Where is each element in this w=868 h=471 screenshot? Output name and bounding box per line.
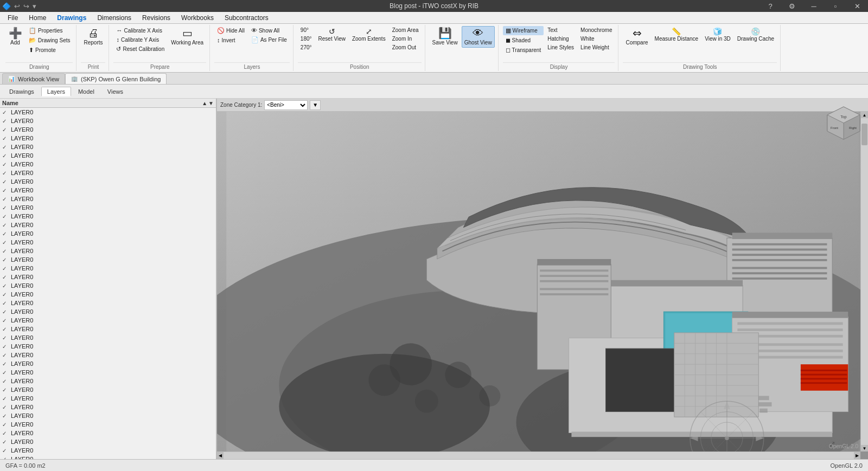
layer-item-16[interactable]: ✓LAYER0 xyxy=(0,247,216,255)
layer-item-39[interactable]: ✓LAYER0 xyxy=(0,446,216,455)
nav-cube[interactable]: Top Right Front xyxy=(825,104,863,142)
text-btn[interactable]: Text xyxy=(545,26,577,34)
zone-filter-btn[interactable]: ▼ xyxy=(310,100,321,110)
layer-item-3[interactable]: ✓LAYER0 xyxy=(0,134,216,143)
layer-item-2[interactable]: ✓LAYER0 xyxy=(0,125,216,134)
layer-item-26[interactable]: ✓LAYER0 xyxy=(0,333,216,342)
zoom-in-btn[interactable]: Zoom In xyxy=(390,35,422,43)
invert-btn[interactable]: ↕ Invert xyxy=(214,36,247,44)
properties-btn[interactable]: 📋 Properties xyxy=(26,26,73,35)
view-in-3d-btn[interactable]: 🧊 View in 3D xyxy=(702,26,733,44)
drawing-cache-btn[interactable]: 💿 Drawing Cache xyxy=(735,26,777,44)
scroll-up-btn[interactable]: ▲ xyxy=(202,100,207,106)
layer-item-32[interactable]: ✓LAYER0 xyxy=(0,385,216,394)
menu-drawings[interactable]: Drawings xyxy=(52,13,92,23)
layer-item-10[interactable]: ✓LAYER0 xyxy=(0,195,216,203)
layer-item-27[interactable]: ✓LAYER0 xyxy=(0,342,216,351)
layer-item-6[interactable]: ✓LAYER0 xyxy=(0,160,216,169)
workbook-view-tab[interactable]: 📊 Workbook View xyxy=(2,73,65,84)
menu-dimensions[interactable]: Dimensions xyxy=(92,13,137,23)
layer-item-15[interactable]: ✓LAYER0 xyxy=(0,238,216,247)
vertical-scrollbar[interactable]: ▲ ▼ xyxy=(860,112,868,451)
hatching-btn[interactable]: Hatching xyxy=(545,35,577,43)
layer-item-31[interactable]: ✓LAYER0 xyxy=(0,377,216,385)
drawings-subtab[interactable]: Drawings xyxy=(3,87,40,96)
layer-item-24[interactable]: ✓LAYER0 xyxy=(0,316,216,325)
layer-item-23[interactable]: ✓LAYER0 xyxy=(0,307,216,316)
layer-item-34[interactable]: ✓LAYER0 xyxy=(0,403,216,411)
show-all-btn[interactable]: 👁 Show All xyxy=(248,26,290,35)
layer-item-8[interactable]: ✓LAYER0 xyxy=(0,177,216,186)
layer-item-33[interactable]: ✓LAYER0 xyxy=(0,394,216,403)
menu-home[interactable]: Home xyxy=(23,13,52,23)
deg180-btn[interactable]: 180° xyxy=(298,35,315,43)
views-subtab[interactable]: Views xyxy=(101,87,129,96)
shaded-btn[interactable]: ◼ Shaded xyxy=(503,36,544,45)
building-render[interactable] xyxy=(217,112,868,459)
layer-item-1[interactable]: ✓LAYER0 xyxy=(0,117,216,125)
layer-item-19[interactable]: ✓LAYER0 xyxy=(0,273,216,281)
calibrate-x-btn[interactable]: ↔ Calibrate X Axis xyxy=(113,26,167,35)
more-btn[interactable]: ▾ xyxy=(33,2,36,10)
measure-distance-btn[interactable]: 📏 Measure Distance xyxy=(652,26,701,44)
layer-item-29[interactable]: ✓LAYER0 xyxy=(0,359,216,368)
skp-tab[interactable]: 🏢 (SKP) Owen G Glenn Building xyxy=(65,73,167,84)
layer-item-11[interactable]: ✓LAYER0 xyxy=(0,203,216,212)
layer-item-5[interactable]: ✓LAYER0 xyxy=(0,151,216,160)
reset-view-btn[interactable]: ↺ Reset View xyxy=(316,26,348,44)
layer-item-40[interactable]: ✓LAYER0 xyxy=(0,455,216,459)
layer-item-18[interactable]: ✓LAYER0 xyxy=(0,264,216,273)
layer-item-7[interactable]: ✓LAYER0 xyxy=(0,169,216,177)
save-view-btn[interactable]: 💾 Save View xyxy=(430,26,461,48)
layer-item-37[interactable]: ✓LAYER0 xyxy=(0,429,216,437)
compare-btn[interactable]: ⇔ Compare xyxy=(623,26,650,48)
reset-calibration-btn[interactable]: ↺ Reset Calibration xyxy=(113,44,167,54)
hide-all-btn[interactable]: 🚫 Hide All xyxy=(214,26,247,35)
zoom-out-btn[interactable]: Zoom Out xyxy=(390,43,422,51)
add-btn[interactable]: ➕ Add xyxy=(5,26,25,48)
menu-revisions[interactable]: Revisions xyxy=(137,13,176,23)
layer-list[interactable]: ✓LAYER0✓LAYER0✓LAYER0✓LAYER0✓LAYER0✓LAYE… xyxy=(0,108,216,459)
layer-item-36[interactable]: ✓LAYER0 xyxy=(0,420,216,429)
calibrate-y-btn[interactable]: ↕ Calibrate Y Axis xyxy=(113,35,167,44)
layer-item-22[interactable]: ✓LAYER0 xyxy=(0,299,216,307)
working-area-btn[interactable]: ▭ Working Area xyxy=(168,26,206,48)
settings-btn[interactable]: ⚙ xyxy=(781,0,803,12)
layer-item-13[interactable]: ✓LAYER0 xyxy=(0,221,216,229)
transparent-btn[interactable]: ◻ Transparent xyxy=(503,46,544,55)
layer-item-25[interactable]: ✓LAYER0 xyxy=(0,325,216,333)
zoom-extents-btn[interactable]: ⤢ Zoom Extents xyxy=(349,26,388,44)
monochrome-btn[interactable]: Monochrome xyxy=(578,26,615,34)
layer-item-30[interactable]: ✓LAYER0 xyxy=(0,368,216,377)
model-subtab[interactable]: Model xyxy=(72,87,100,96)
layer-item-38[interactable]: ✓LAYER0 xyxy=(0,437,216,446)
layer-item-12[interactable]: ✓LAYER0 xyxy=(0,212,216,221)
zone-category-select[interactable]: <Beni> xyxy=(264,100,308,110)
window-left-controls[interactable]: 🔷 ↩ ↪ ▾ xyxy=(2,2,36,10)
layer-item-21[interactable]: ✓LAYER0 xyxy=(0,290,216,299)
layer-item-9[interactable]: ✓LAYER0 xyxy=(0,186,216,195)
menu-workbooks[interactable]: Workbooks xyxy=(176,13,219,23)
minimize-btn[interactable]: ─ xyxy=(803,0,825,12)
redo-btn[interactable]: ↪ xyxy=(23,2,29,10)
horizontal-scrollbar[interactable]: ◀ ▶ xyxy=(217,451,860,459)
layer-item-20[interactable]: ✓LAYER0 xyxy=(0,281,216,290)
promote-btn[interactable]: ⬆ Promote xyxy=(26,46,73,55)
white-btn[interactable]: White xyxy=(578,35,615,43)
wireframe-btn[interactable]: ▦ Wireframe xyxy=(503,26,544,35)
layer-item-14[interactable]: ✓LAYER0 xyxy=(0,229,216,238)
scroll-down-btn[interactable]: ▼ xyxy=(208,100,214,106)
deg90-btn[interactable]: 90° xyxy=(298,26,315,34)
layer-item-0[interactable]: ✓LAYER0 xyxy=(0,108,216,117)
ghost-view-btn[interactable]: 👁 Ghost View xyxy=(462,26,495,48)
zoom-area-btn[interactable]: Zoom Area xyxy=(390,26,422,34)
undo-btn[interactable]: ↩ xyxy=(14,2,20,10)
layer-item-35[interactable]: ✓LAYER0 xyxy=(0,411,216,420)
menu-file[interactable]: File xyxy=(2,13,23,23)
layer-item-4[interactable]: ✓LAYER0 xyxy=(0,143,216,151)
restore-btn[interactable]: ▫ xyxy=(825,0,846,12)
as-per-file-btn[interactable]: 📄 As Per File xyxy=(248,35,290,44)
layer-item-17[interactable]: ✓LAYER0 xyxy=(0,255,216,264)
help-btn[interactable]: ? xyxy=(760,0,781,12)
line-styles-btn[interactable]: Line Styles xyxy=(545,43,577,51)
